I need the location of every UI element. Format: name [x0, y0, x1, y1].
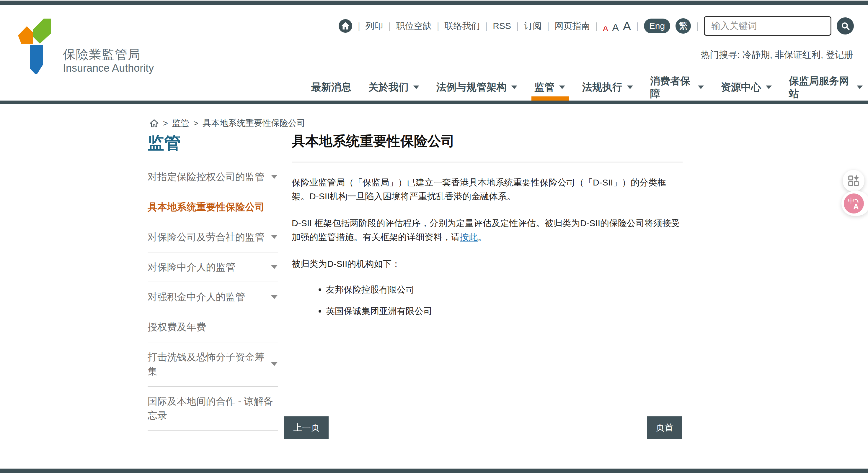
- site-logo[interactable]: 保險業監管局 Insurance Authority: [16, 16, 154, 77]
- nav-item-关於我们[interactable]: 关於我们: [368, 74, 419, 101]
- home-icon[interactable]: [338, 19, 352, 33]
- previous-page-button[interactable]: 上一页: [284, 416, 329, 439]
- utility-link[interactable]: 列印: [366, 20, 383, 32]
- sidebar-item-label: 对强积金中介人的监管: [148, 290, 245, 304]
- nav-item-label: 法例与规管架构: [436, 81, 507, 94]
- nav-item-消费者保障[interactable]: 消费者保障: [650, 74, 704, 101]
- translate-widget-button[interactable]: 中 A: [841, 191, 868, 216]
- sidebar-item-具本地系统重要性保险公司[interactable]: 具本地系统重要性保险公司: [148, 192, 278, 222]
- font-size-large-button[interactable]: A: [623, 19, 631, 33]
- sidebar-item-label: 具本地系统重要性保险公司: [148, 200, 265, 214]
- grid-sparkle-icon: [847, 174, 860, 188]
- search-icon: [839, 20, 851, 32]
- chevron-down-icon: [512, 86, 517, 89]
- nav-item-保监局服务网站[interactable]: 保监局服务网站: [789, 74, 863, 101]
- separator: |: [636, 21, 639, 31]
- nav-item-监管[interactable]: 监管: [534, 74, 565, 101]
- utility-links: |列印|职位空缺|联络我们|RSS|订阅|网页指南|: [358, 20, 597, 32]
- main-navigation: 最新消息关於我们法例与规管架构监管法规执行消费者保障资源中心保监局服务网站: [0, 74, 868, 104]
- logo-name-en: Insurance Authority: [63, 62, 154, 74]
- sidebar-item-label: 对指定保险控权公司的监管: [148, 170, 265, 184]
- breadcrumb-separator: >: [193, 119, 198, 128]
- language-traditional-button[interactable]: 繁: [676, 18, 691, 34]
- chevron-down-icon: [857, 86, 863, 89]
- sidebar-menu: 对指定保险控权公司的监管具本地系统重要性保险公司对保险公司及劳合社的监管对保险中…: [148, 162, 278, 431]
- sidebar-item-授权费及年费[interactable]: 授权费及年费: [148, 312, 278, 342]
- nav-item-最新消息[interactable]: 最新消息: [311, 74, 351, 101]
- sidebar-item-对保险公司及劳合社的监管[interactable]: 对保险公司及劳合社的监管: [148, 222, 278, 252]
- separator: |: [595, 21, 598, 31]
- nav-item-法规执行[interactable]: 法规执行: [582, 74, 633, 101]
- chevron-down-icon: [413, 86, 419, 89]
- logo-text: 保險業監管局 Insurance Authority: [63, 47, 154, 74]
- sidebar-item-label: 打击洗钱及恐怖分子资金筹集: [148, 350, 266, 378]
- nav-item-label: 法规执行: [582, 81, 622, 94]
- logo-mark-icon: [16, 16, 58, 77]
- top-slate-bar: [0, 1, 868, 5]
- paragraph-2: D-SII 框架包括两阶段的评估程序，分别为定量评估及定性评估。被归类为D-SI…: [292, 216, 683, 244]
- active-nav-indicator: [531, 96, 569, 101]
- utility-bar: |列印|职位空缺|联络我们|RSS|订阅|网页指南| A A A | Eng 繁…: [338, 16, 854, 36]
- separator: |: [389, 21, 391, 31]
- separator: |: [696, 21, 699, 31]
- nav-item-label: 最新消息: [311, 81, 351, 94]
- dsii-company-item: 友邦保险控股有限公司: [326, 284, 683, 296]
- sidebar-item-打击洗钱及恐怖分子资金筹集[interactable]: 打击洗钱及恐怖分子资金筹集: [148, 342, 278, 386]
- separator: |: [547, 21, 550, 31]
- separator: |: [358, 21, 360, 31]
- page-buttons: 上一页 页首: [284, 416, 682, 439]
- font-size-medium-button[interactable]: A: [612, 22, 619, 33]
- logo-name-zh: 保險業監管局: [63, 47, 154, 62]
- extension-grid-button[interactable]: [843, 170, 864, 192]
- utility-link[interactable]: 订阅: [524, 20, 542, 32]
- breadcrumb: > 监管 > 具本地系统重要性保险公司: [149, 117, 305, 129]
- utility-link[interactable]: 职位空缺: [396, 20, 432, 32]
- search-input[interactable]: [704, 16, 831, 36]
- nav-item-资源中心[interactable]: 资源中心: [721, 74, 772, 101]
- nav-item-label: 资源中心: [721, 81, 761, 94]
- nav-item-label: 关於我们: [368, 81, 409, 94]
- chevron-down-icon: [627, 86, 633, 89]
- footer-bar: [0, 469, 868, 473]
- breadcrumb-home-icon[interactable]: [149, 119, 159, 128]
- font-size-small-button[interactable]: A: [603, 24, 608, 33]
- sidebar-item-label: 对保险公司及劳合社的监管: [148, 230, 265, 244]
- utility-link[interactable]: RSS: [493, 21, 511, 31]
- nav-item-法例与规管架构[interactable]: 法例与规管架构: [436, 74, 517, 101]
- sidebar-item-对指定保险控权公司的监管[interactable]: 对指定保险控权公司的监管: [148, 162, 278, 192]
- utility-link[interactable]: 网页指南: [555, 20, 590, 32]
- hot-search-text[interactable]: 热门搜寻: 冷静期, 非保证红利, 登记册: [701, 49, 853, 61]
- header: 保險業監管局 Insurance Authority |列印|职位空缺|联络我们…: [0, 5, 868, 74]
- sidebar: 监管 对指定保险控权公司的监管具本地系统重要性保险公司对保险公司及劳合社的监管对…: [148, 132, 278, 431]
- search-button[interactable]: [837, 18, 854, 34]
- chevron-down-icon: [698, 86, 704, 89]
- svg-text:A: A: [853, 202, 859, 210]
- breadcrumb-separator: >: [163, 119, 168, 128]
- sidebar-title: 监管: [148, 132, 278, 155]
- page-title: 具本地系统重要性保险公司: [292, 132, 683, 150]
- separator: |: [437, 21, 439, 31]
- sidebar-item-国际及本地间的合作 - 谅解备忘录[interactable]: 国际及本地间的合作 - 谅解备忘录: [148, 386, 278, 431]
- breadcrumb-link[interactable]: 监管: [172, 117, 189, 129]
- paragraph-2-end: 。: [478, 232, 487, 242]
- chevron-down-icon: [271, 362, 278, 366]
- chevron-down-icon: [559, 86, 565, 89]
- nav-item-label: 保监局服务网站: [789, 75, 852, 100]
- chevron-down-icon: [271, 235, 278, 239]
- title-divider: [292, 162, 683, 163]
- nav-item-label: 监管: [534, 81, 554, 94]
- utility-link[interactable]: 联络我们: [444, 20, 480, 32]
- dsii-company-list: 友邦保险控股有限公司英国保诚集团亚洲有限公司: [292, 284, 683, 317]
- font-size-controls: A A A: [603, 19, 631, 33]
- sidebar-item-对强积金中介人的监管[interactable]: 对强积金中介人的监管: [148, 282, 278, 312]
- paragraph-1: 保险业监管局（「保监局」）已建立一套香港具本地系统重要性保险公司（「D-SII」…: [292, 175, 683, 203]
- separator: |: [516, 21, 519, 31]
- sidebar-item-对保险中介人的监管[interactable]: 对保险中介人的监管: [148, 252, 278, 282]
- language-english-button[interactable]: Eng: [644, 19, 670, 33]
- chevron-down-icon: [271, 175, 278, 179]
- details-link[interactable]: 按此: [460, 232, 478, 242]
- back-to-top-button[interactable]: 页首: [647, 416, 682, 439]
- nav-item-label: 消费者保障: [650, 75, 693, 100]
- main-content: 具本地系统重要性保险公司 保险业监管局（「保监局」）已建立一套香港具本地系统重要…: [292, 132, 683, 327]
- paragraph-3: 被归类为D-SII的机构如下：: [292, 257, 683, 271]
